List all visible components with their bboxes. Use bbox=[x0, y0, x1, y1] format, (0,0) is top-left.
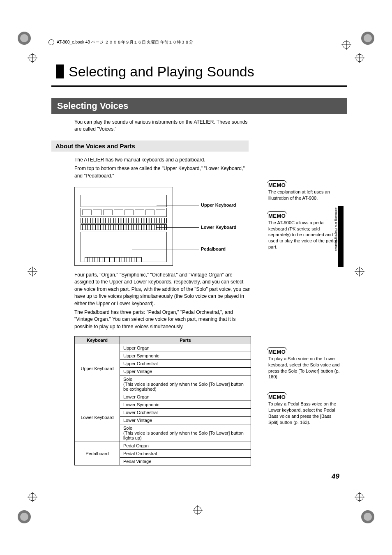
keyboard-illustration: Upper Keyboard Lower Keyboard Pedalboard bbox=[74, 187, 251, 266]
table-cell: Lower Organ bbox=[120, 393, 251, 401]
crosshair-icon bbox=[351, 263, 368, 280]
memo-2: MEMO The AT-900C allows a pedal keyboard… bbox=[268, 213, 342, 250]
subheading-bar: About the Voices and Parts bbox=[51, 140, 249, 152]
memo-text: The AT-900C allows a pedal keyboard (PK … bbox=[268, 220, 342, 250]
chapter-title-text: Selecting and Playing Sounds bbox=[69, 64, 254, 80]
memo-sidebar: MEMO The explanation at left uses an ill… bbox=[268, 182, 342, 437]
subheading-text: About the Voices and Parts bbox=[55, 143, 135, 150]
regmark-icon bbox=[16, 30, 33, 47]
organ-diagram bbox=[74, 187, 173, 266]
memo-text: To play a Pedal Bass voice on the Lower … bbox=[268, 401, 342, 425]
chapter-title: Selecting and Playing Sounds bbox=[51, 64, 347, 87]
crosshair-icon bbox=[351, 488, 368, 506]
cell-pedalboard: Pedalboard bbox=[75, 442, 120, 465]
parts-paragraph-1: Four parts, "Organ," "Symphonic," "Orche… bbox=[74, 272, 251, 307]
th-parts: Parts bbox=[120, 336, 251, 344]
regmark-icon bbox=[359, 508, 376, 525]
svg-point-7 bbox=[364, 513, 372, 521]
header-meta-text: AT-900_e.book 49 ページ ２００８年９月１６日 火曜日 午前１０… bbox=[57, 39, 193, 45]
memo-text: The explanation at left uses an illustra… bbox=[268, 189, 342, 201]
memo-tag: MEMO bbox=[268, 349, 286, 355]
print-header-meta: AT-900_e.book 49 ページ ２００８年９月１６日 火曜日 午前１０… bbox=[48, 39, 193, 45]
section-title-text: Selecting Voices bbox=[57, 101, 128, 111]
table-cell: Lower Orchestral bbox=[120, 409, 251, 417]
memo-tag: MEMO bbox=[268, 182, 286, 188]
table-cell: Upper Symphonic bbox=[120, 352, 251, 360]
label-lower-keyboard: Lower Keyboard bbox=[201, 225, 236, 230]
table-cell: Pedal Vintage bbox=[120, 458, 251, 465]
label-upper-keyboard: Upper Keyboard bbox=[201, 203, 236, 207]
about-paragraph-1: The ATELIER has two manual keyboards and… bbox=[74, 157, 251, 164]
memo-3: MEMO To play a Solo voice on the Lower k… bbox=[268, 349, 342, 380]
table-cell: Solo (This voice is sounded only when th… bbox=[120, 424, 251, 442]
memo-tag: MEMO bbox=[268, 394, 286, 400]
svg-point-3 bbox=[364, 34, 372, 42]
intro-paragraph: You can play the sounds of various instr… bbox=[74, 119, 251, 133]
table-cell: Upper Vintage bbox=[120, 368, 251, 375]
crosshair-icon bbox=[338, 36, 355, 53]
table-cell: Solo (This voice is sounded only when th… bbox=[120, 375, 251, 393]
cell-upper-keyboard: Upper Keyboard bbox=[75, 344, 120, 393]
regmark-icon bbox=[359, 30, 376, 47]
memo-1: MEMO The explanation at left uses an ill… bbox=[268, 182, 342, 201]
label-pedalboard: Pedalboard bbox=[201, 246, 226, 251]
th-keyboard: Keyboard bbox=[75, 336, 120, 344]
crosshair-icon bbox=[24, 488, 41, 506]
parts-paragraph-2: The Pedalboard has three parts: "Pedal O… bbox=[74, 309, 251, 330]
crosshair-icon bbox=[24, 263, 41, 280]
table-cell: Upper Orchestral bbox=[120, 360, 251, 368]
table-cell: Pedal Orchestral bbox=[120, 450, 251, 458]
table-cell: Lower Vintage bbox=[120, 417, 251, 424]
crosshair-icon bbox=[189, 502, 206, 519]
table-cell: Pedal Organ bbox=[120, 442, 251, 450]
memo-text: To play a Solo voice on the Lower keyboa… bbox=[268, 356, 342, 380]
table-cell: Lower Symphonic bbox=[120, 401, 251, 409]
memo-tag: MEMO bbox=[268, 213, 286, 219]
page-content: Selecting and Playing Sounds Selecting V… bbox=[51, 64, 347, 465]
svg-point-1 bbox=[20, 34, 28, 42]
page-number: 49 bbox=[332, 472, 339, 481]
table-cell: Upper Organ bbox=[120, 344, 251, 352]
svg-point-5 bbox=[20, 513, 28, 521]
parts-table: Keyboard Parts Upper Keyboard Upper Orga… bbox=[74, 336, 251, 465]
regmark-icon bbox=[16, 508, 33, 525]
about-paragraph-2: From top to bottom these are called the … bbox=[74, 165, 251, 180]
thumb-tab-label: Selecting and Playing Sounds bbox=[334, 207, 338, 265]
thumb-tab bbox=[338, 206, 344, 267]
cell-lower-keyboard: Lower Keyboard bbox=[75, 393, 120, 442]
crosshair-icon bbox=[24, 49, 41, 67]
memo-4: MEMO To play a Pedal Bass voice on the L… bbox=[268, 394, 342, 425]
section-title-bar: Selecting Voices bbox=[51, 98, 347, 114]
